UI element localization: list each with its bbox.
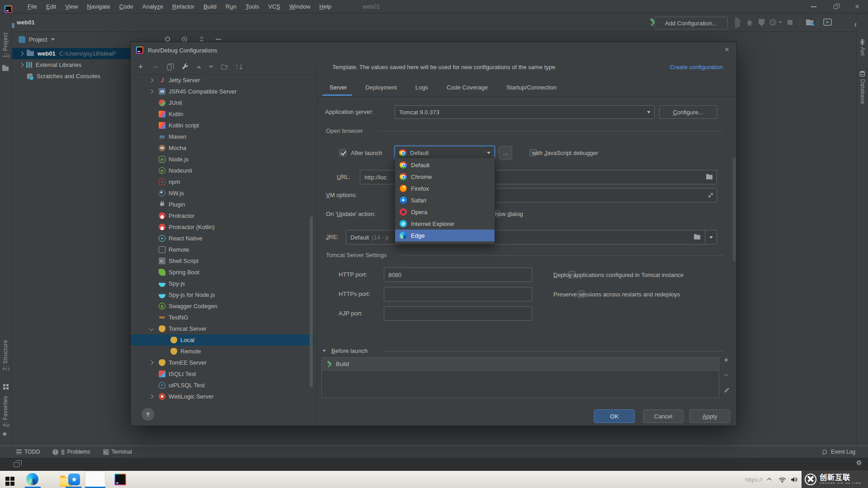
tab-startup-connection[interactable]: Startup/Connection xyxy=(506,81,557,94)
tree-item-react-native[interactable]: React Native xyxy=(131,233,314,244)
new-folder-icon[interactable] xyxy=(221,63,228,70)
configure-button[interactable]: Configure... xyxy=(659,105,717,119)
run-window-icon[interactable] xyxy=(823,19,832,26)
tree-item-maven[interactable]: mMaven xyxy=(131,131,314,142)
tree-item-tomcat-server[interactable]: Tomcat Server xyxy=(131,323,314,334)
dropdown-option-safari[interactable]: Safari xyxy=(395,194,495,206)
menu-view[interactable]: View xyxy=(61,0,82,14)
add-configuration-button[interactable]: Add Configuration... xyxy=(654,17,728,29)
start-button[interactable] xyxy=(5,477,15,486)
toolbar-project-name[interactable]: web01 xyxy=(17,19,35,26)
tree-item-remote[interactable]: Remote xyxy=(131,346,314,357)
taskbar-star-app-icon[interactable]: ★ xyxy=(68,474,80,485)
menu-refactor[interactable]: Refactor xyxy=(168,0,199,14)
tab-deployment[interactable]: Deployment xyxy=(365,81,396,94)
close-button[interactable]: × xyxy=(846,0,868,14)
menu-vcs[interactable]: VCS xyxy=(264,0,285,14)
browse-folder-icon[interactable] xyxy=(694,235,700,239)
tool-tab-project[interactable]: 1: Project xyxy=(2,33,9,58)
tree-item-npm[interactable]: nnpm xyxy=(131,176,314,188)
tree-item-node-js[interactable]: jsNode.js xyxy=(131,154,314,165)
tab-logs[interactable]: Logs xyxy=(415,81,428,94)
menu-tools[interactable]: Tools xyxy=(241,0,264,14)
debug-icon[interactable] xyxy=(746,19,753,27)
refresh-icon[interactable] xyxy=(165,37,170,42)
menu-code[interactable]: Code xyxy=(115,0,138,14)
chevron-down-icon[interactable] xyxy=(149,327,154,331)
tree-item-jetty-server[interactable]: JJetty Server xyxy=(131,75,314,86)
event-log-button[interactable]: Event Log xyxy=(822,449,855,455)
tool-tab-favorites[interactable]: 2: Favorites xyxy=(2,396,9,427)
dropdown-option-opera[interactable]: Opera xyxy=(395,206,495,218)
taskbar-idea-icon[interactable] xyxy=(114,474,126,485)
http-port-field[interactable]: 8080 xyxy=(384,267,532,282)
edit-task-icon[interactable] xyxy=(724,388,729,393)
tree-item-remote[interactable]: Remote xyxy=(131,244,314,255)
before-launch-collapse-icon[interactable] xyxy=(322,350,326,352)
tree-item-junit[interactable]: JUnit xyxy=(131,97,314,108)
menu-file[interactable]: File xyxy=(23,0,42,14)
create-configuration-link[interactable]: Create configuration xyxy=(670,64,723,70)
help-button[interactable]: ? xyxy=(142,408,154,421)
add-task-icon[interactable]: + xyxy=(724,356,729,365)
tree-item-protractor-kotlin-[interactable]: Protractor (Kotlin) xyxy=(131,221,314,233)
menu-help[interactable]: Help xyxy=(315,0,336,14)
tree-item-mocha[interactable]: mMocha xyxy=(131,142,314,154)
jre-dropdown-button[interactable] xyxy=(705,230,717,244)
tree-item-spy-js[interactable]: Spy-js xyxy=(131,278,314,289)
tree-item-utplsql-test[interactable]: ≡utPLSQL Test xyxy=(131,380,314,391)
cancel-button[interactable]: Cancel xyxy=(643,409,684,423)
menu-window[interactable]: Window xyxy=(285,0,315,14)
tree-item-weblogic-server[interactable]: WebLogic Server xyxy=(131,391,314,402)
tree-item-plugin[interactable]: Plugin xyxy=(131,199,314,210)
tool-tab-structure[interactable]: 7: Structure xyxy=(2,340,9,371)
ok-button[interactable]: OK xyxy=(594,409,635,423)
tree-item-kotlin[interactable]: Kotlin xyxy=(131,108,314,120)
dialog-title-bar[interactable]: Run/Debug Configurations × xyxy=(131,42,736,58)
chevron-right-icon[interactable] xyxy=(149,394,154,399)
tab-code-coverage[interactable]: Code Coverage xyxy=(447,81,488,94)
volume-icon[interactable] xyxy=(790,476,798,483)
before-launch-item-build[interactable]: Build xyxy=(322,358,719,371)
menu-analyze[interactable]: Analyze xyxy=(138,0,168,14)
stacked-windows-icon[interactable] xyxy=(14,462,19,467)
browse-browser-button[interactable]: ... xyxy=(499,146,512,160)
chevron-right-icon[interactable] xyxy=(149,78,154,83)
project-panel-title[interactable]: Project xyxy=(29,36,47,43)
dropdown-option-default[interactable]: Default xyxy=(395,159,495,171)
edit-templates-wrench-icon[interactable] xyxy=(182,63,189,70)
add-icon[interactable]: + xyxy=(137,63,144,70)
https-port-field[interactable] xyxy=(384,287,532,301)
remove-icon[interactable]: − xyxy=(152,63,159,70)
tree-item-spy-js-for-node-js[interactable]: Spy-js for Node.js xyxy=(131,289,314,300)
after-launch-checkbox[interactable] xyxy=(339,149,346,156)
expand-icon[interactable] xyxy=(708,192,713,198)
apply-button[interactable]: Apply xyxy=(689,409,730,423)
dropdown-option-chrome[interactable]: Chrome xyxy=(395,171,495,183)
tree-item-kotlin-script[interactable]: Kotlin script xyxy=(131,120,314,131)
taskbar-edge-icon[interactable] xyxy=(26,473,38,485)
tray-hidden-icons-chevron[interactable] xyxy=(767,478,772,483)
chevron-right-icon[interactable] xyxy=(149,89,154,94)
network-wifi-icon[interactable] xyxy=(778,477,786,483)
gear-icon[interactable] xyxy=(856,460,862,465)
project-view-dropdown-icon[interactable] xyxy=(51,38,55,41)
move-up-icon[interactable] xyxy=(197,66,201,68)
tree-item-protractor[interactable]: Protractor xyxy=(131,210,314,221)
tree-item-testng[interactable]: NGTestNG xyxy=(131,312,314,323)
menu-run[interactable]: Run xyxy=(221,0,241,14)
sort-alphabetically-icon[interactable]: az xyxy=(236,63,243,70)
move-down-icon[interactable] xyxy=(209,66,213,68)
tree-item-tsqlt-test[interactable]: tSQLt Test xyxy=(131,368,314,380)
hide-panel-icon[interactable] xyxy=(216,39,221,40)
panel-scrollbar[interactable] xyxy=(733,157,736,261)
project-structure-icon[interactable] xyxy=(806,18,815,27)
tree-item-local[interactable]: Local xyxy=(131,334,314,346)
menu-build[interactable]: Build xyxy=(199,0,221,14)
application-server-combo[interactable]: Tomcat 9.0.373 xyxy=(395,105,655,119)
menu-edit[interactable]: Edit xyxy=(42,0,61,14)
remove-task-icon[interactable]: − xyxy=(724,371,729,380)
tree-item-jsr45-compatible-server[interactable]: 45JSR45 Compatible Server xyxy=(131,86,314,97)
tree-scrollbar[interactable] xyxy=(310,216,313,387)
tree-item-spring-boot[interactable]: Spring Boot xyxy=(131,267,314,278)
